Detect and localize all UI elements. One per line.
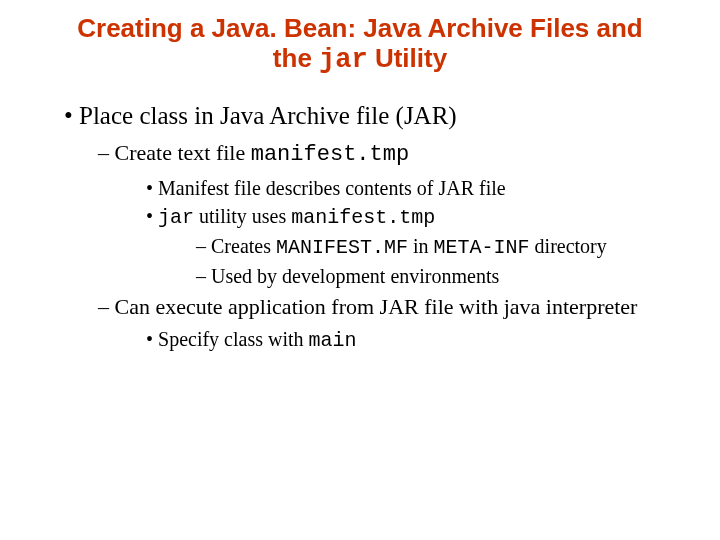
b4a-pre: Creates	[211, 235, 276, 257]
b2a-pre: Create text file	[115, 140, 251, 165]
b1-text: Place class in Java Archive file (JAR)	[79, 102, 457, 129]
bullet-level3: jar utility uses manifest.tmp	[146, 203, 692, 231]
bullet-level3: Specify class with main	[146, 326, 692, 354]
bullet-level4: Used by development environments	[196, 263, 692, 289]
b4b-text: Used by development environments	[211, 265, 499, 287]
b4a-mid: in	[408, 235, 434, 257]
b3b-mono2: manifest.tmp	[291, 206, 435, 229]
title-line2-mono: jar	[319, 45, 368, 75]
b3b-mono1: jar	[158, 206, 194, 229]
slide-title: Creating a Java. Bean: Java Archive File…	[28, 14, 692, 76]
b4a-post: directory	[530, 235, 607, 257]
bullet-level2: Can execute application from JAR file wi…	[98, 293, 692, 321]
b2a-mono: manifest.tmp	[251, 142, 409, 167]
b3b-mid: utility uses	[194, 205, 291, 227]
b4a-mono2: META-INF	[434, 236, 530, 259]
title-line1: Creating a Java. Bean: Java Archive File…	[77, 13, 643, 43]
b3a-text: Manifest file describes contents of JAR …	[158, 177, 506, 199]
title-line2-pre: the	[273, 43, 319, 73]
bullet-level3: Manifest file describes contents of JAR …	[146, 175, 692, 201]
b3c-mono: main	[309, 329, 357, 352]
bullet-level4: Creates MANIFEST.MF in META-INF director…	[196, 233, 692, 261]
b2b-text: Can execute application from JAR file wi…	[115, 294, 638, 319]
b4a-mono1: MANIFEST.MF	[276, 236, 408, 259]
bullet-level2: Create text file manifest.tmp	[98, 139, 692, 169]
b3c-pre: Specify class with	[158, 328, 309, 350]
title-line2-post: Utility	[368, 43, 447, 73]
slide: Creating a Java. Bean: Java Archive File…	[0, 0, 720, 354]
bullet-level1: Place class in Java Archive file (JAR)	[64, 100, 692, 131]
